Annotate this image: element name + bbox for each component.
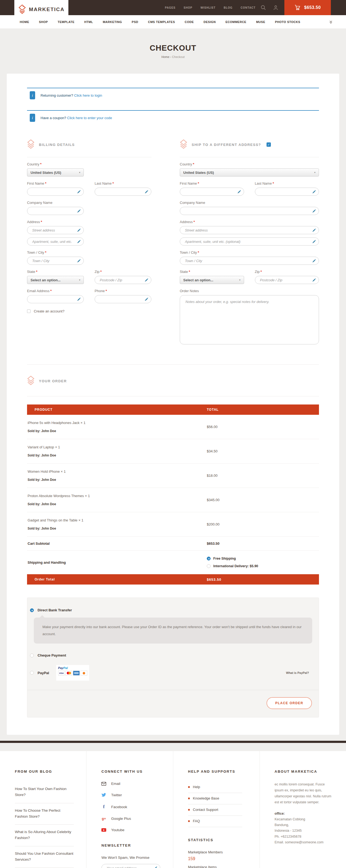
billing-street-input[interactable] bbox=[27, 226, 84, 234]
shipping-apartment-input[interactable] bbox=[180, 238, 319, 246]
layers-icon bbox=[27, 375, 35, 386]
top-nav-pages[interactable]: PAGES bbox=[165, 6, 175, 9]
shipping-town-input[interactable] bbox=[180, 257, 319, 265]
menu-item-marketing[interactable]: MARKETING bbox=[103, 20, 122, 24]
marketplace-members-label: Marketplace Members bbox=[188, 850, 249, 854]
email-social-link[interactable]: Email bbox=[101, 782, 162, 786]
create-account-checkbox[interactable] bbox=[27, 309, 31, 313]
cheque-payment-radio[interactable] bbox=[30, 654, 34, 657]
menu-item-ecommerce[interactable]: ECOMMERCE bbox=[226, 20, 246, 24]
brand-logo[interactable]: MARKETICA bbox=[14, 0, 68, 19]
login-link[interactable]: Click here to login bbox=[74, 93, 102, 97]
coupon-text: Have a coupon? bbox=[40, 116, 66, 120]
order-item-row: iPhone 5s with Headphones Jack × 1 Sold … bbox=[27, 415, 319, 439]
top-nav-shop[interactable]: SHOP bbox=[183, 6, 192, 9]
google-plus-social-link[interactable]: g+ Google Plus bbox=[101, 816, 162, 820]
billing-country-select[interactable]: United States (US) ▾ bbox=[27, 168, 84, 177]
free-shipping-radio[interactable] bbox=[207, 557, 211, 560]
order-notes-label: Order Notes bbox=[180, 289, 319, 293]
billing-town-input[interactable] bbox=[27, 257, 84, 265]
facebook-icon: f bbox=[101, 804, 106, 809]
cart-button[interactable]: $653.50 bbox=[284, 0, 331, 15]
order-item-row: Gadget and Things on the Table × 1 Sold … bbox=[27, 512, 319, 537]
menu-item-html[interactable]: HTML bbox=[84, 20, 93, 24]
knowledge-base-link[interactable]: Knowledge Base bbox=[188, 793, 242, 804]
help-link[interactable]: Help bbox=[188, 782, 242, 793]
menu-item-template[interactable]: TEMPLATE bbox=[58, 20, 74, 24]
bank-transfer-radio[interactable] bbox=[30, 608, 34, 612]
billing-first-name-label: First Name* bbox=[27, 181, 84, 185]
billing-zip-input[interactable] bbox=[95, 276, 151, 284]
shipping-company-input[interactable] bbox=[180, 207, 319, 215]
coupon-link[interactable]: Click here to enter your code bbox=[67, 116, 112, 120]
pen-icon bbox=[77, 297, 81, 301]
menu-item-muse[interactable]: MUSE bbox=[256, 20, 265, 24]
billing-apartment-input[interactable] bbox=[27, 238, 84, 246]
brand-name: MARKETICA bbox=[29, 6, 65, 12]
contact-support-link[interactable]: Contact Support bbox=[188, 804, 242, 816]
menu-item-photo-stocks[interactable]: PHOTO STOCKS bbox=[275, 20, 300, 24]
blog-link[interactable]: How To Choose The Perfect Fashion Store? bbox=[15, 803, 74, 825]
menu-item-design[interactable]: DESIGN bbox=[204, 20, 216, 24]
cart-subtotal-value: $653.50 bbox=[207, 541, 219, 546]
order-total-value: $653.50 bbox=[207, 578, 221, 582]
shipping-state-select[interactable]: Select an option... ▾ bbox=[180, 276, 244, 284]
newsletter-email-input[interactable] bbox=[101, 864, 160, 868]
chevron-down-icon: ▾ bbox=[79, 171, 80, 174]
billing-phone-input[interactable] bbox=[95, 295, 151, 303]
shipping-last-name-input[interactable] bbox=[255, 188, 319, 196]
what-is-paypal-link[interactable]: What is PayPal? bbox=[286, 671, 316, 675]
item-name: Variant of Laptop × 1 bbox=[28, 445, 207, 449]
top-nav-wishlist[interactable]: WISHLIST bbox=[201, 6, 216, 9]
pen-icon bbox=[77, 258, 81, 263]
blog-link[interactable]: How To Start Your Own Fashion Store? bbox=[15, 782, 74, 803]
chevron-down-icon: ▾ bbox=[314, 171, 315, 174]
pen-icon bbox=[77, 239, 81, 244]
twitter-social-link[interactable]: Twitter bbox=[101, 793, 162, 797]
item-seller: Sold by: John Doe bbox=[28, 454, 207, 457]
blog-link[interactable]: What is So Alluring About Celebrity Fash… bbox=[15, 825, 74, 846]
shipping-country-select[interactable]: United States (US) ▾ bbox=[180, 168, 319, 177]
faq-link[interactable]: FAQ bbox=[188, 816, 242, 827]
menu-item-shop[interactable]: SHOP bbox=[39, 20, 48, 24]
shipping-street-input[interactable] bbox=[180, 226, 319, 234]
breadcrumb-home-link[interactable]: Home bbox=[161, 55, 169, 59]
order-notes-textarea[interactable] bbox=[180, 295, 319, 344]
menu-more-chevron-icon[interactable] bbox=[329, 20, 333, 24]
item-total: $34.50 bbox=[207, 445, 218, 457]
youtube-social-link[interactable]: Youtube bbox=[101, 828, 162, 832]
search-icon[interactable] bbox=[261, 5, 266, 10]
place-order-button[interactable]: PLACE ORDER bbox=[267, 697, 312, 709]
paypal-radio[interactable] bbox=[30, 671, 34, 675]
international-delivery-radio[interactable] bbox=[207, 564, 211, 568]
billing-first-name-input[interactable] bbox=[27, 188, 84, 196]
top-nav-contact[interactable]: CONTACT bbox=[241, 6, 255, 9]
menu-item-code[interactable]: CODE bbox=[185, 20, 194, 24]
billing-phone-label: Phone* bbox=[95, 289, 151, 293]
billing-state-select[interactable]: Select an option... ▾ bbox=[27, 276, 84, 284]
user-account-icon[interactable] bbox=[273, 5, 278, 10]
billing-address-label: Address* bbox=[27, 220, 151, 224]
divider bbox=[27, 157, 151, 157]
help-supports-heading: HELP AND SUPPORTS bbox=[188, 770, 249, 774]
menu-item-cms-templates[interactable]: CMS TEMPLATES bbox=[148, 20, 175, 24]
billing-company-input[interactable] bbox=[27, 207, 84, 215]
twitter-icon bbox=[101, 793, 106, 797]
ship-different-address-checkbox[interactable]: ✓ bbox=[267, 143, 271, 147]
paypal-logo: PayPal bbox=[58, 666, 87, 670]
menu-item-psd[interactable]: PSD bbox=[132, 20, 138, 24]
returning-customer-text: Returning customer? bbox=[40, 93, 73, 97]
billing-last-name-input[interactable] bbox=[95, 188, 151, 196]
shipping-zip-input[interactable] bbox=[255, 276, 319, 284]
top-nav-blog[interactable]: BLOG bbox=[223, 6, 233, 9]
cart-subtotal-row: Cart Subtotal $653.50 bbox=[27, 537, 319, 551]
cart-subtotal-label: Cart Subtotal bbox=[27, 541, 207, 546]
facebook-social-link[interactable]: f Facebook bbox=[101, 804, 162, 809]
pen-icon bbox=[77, 189, 81, 194]
menu-item-home[interactable]: HOME bbox=[20, 20, 29, 24]
footer-help-column: HELP AND SUPPORTS Help Knowledge Base Co… bbox=[173, 751, 260, 868]
shipping-first-name-input[interactable] bbox=[180, 188, 244, 196]
billing-email-input[interactable] bbox=[27, 295, 84, 303]
blog-link[interactable]: Should You Use Fashion Consultant Servic… bbox=[15, 846, 74, 868]
international-delivery-label: International Delivery: $5.90 bbox=[213, 564, 258, 568]
